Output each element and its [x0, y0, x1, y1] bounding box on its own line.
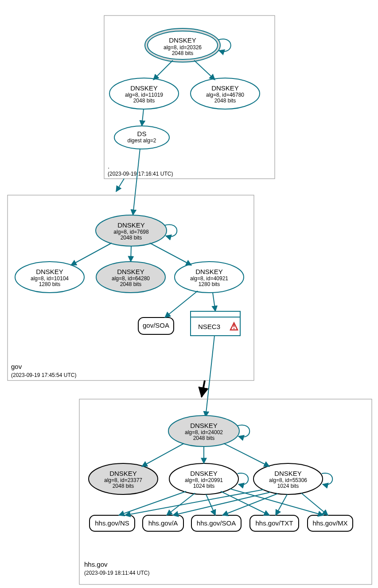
svg-text:DNSKEY: DNSKEY [195, 268, 223, 275]
svg-text:DNSKEY: DNSKEY [117, 268, 144, 275]
svg-text:hhs.gov/TXT: hhs.gov/TXT [255, 519, 293, 527]
svg-text:alg=8, id=46780: alg=8, id=46780 [206, 92, 244, 98]
svg-text:alg=8, id=20991: alg=8, id=20991 [185, 477, 223, 483]
node-hhs-ksk: DNSKEY alg=8, id=24002 2048 bits [168, 416, 239, 447]
node-hhs-ns: hhs.gov/NS [90, 515, 135, 531]
svg-text:NSEC3: NSEC3 [198, 323, 220, 330]
svg-text:alg=8, id=55306: alg=8, id=55306 [269, 477, 307, 483]
zone-hhs: hhs.gov (2023-09-19 18:11:44 UTC) DNSKEY… [79, 399, 372, 584]
node-root-ds: DS digest alg=2 [114, 126, 169, 149]
svg-text:DNSKEY: DNSKEY [117, 221, 145, 229]
svg-text:DNSKEY: DNSKEY [190, 422, 218, 429]
svg-text:DNSKEY: DNSKEY [109, 470, 137, 477]
svg-text:alg=8, id=20326: alg=8, id=20326 [164, 44, 202, 51]
svg-text:DS: DS [137, 130, 147, 137]
node-hhs-soa: hhs.gov/SOA [191, 515, 241, 531]
zone-gov-ts: (2023-09-19 17:45:54 UTC) [11, 372, 76, 378]
edge-ds-to-gov-ksk [133, 149, 140, 215]
svg-text:hhs.gov/A: hhs.gov/A [148, 519, 178, 527]
svg-text:2048 bits: 2048 bits [133, 98, 155, 104]
node-hhs-mx: hhs.gov/MX [308, 515, 353, 531]
svg-text:alg=8, id=11019: alg=8, id=11019 [125, 92, 163, 98]
edge-root-to-gov-zone [116, 179, 124, 192]
svg-text:1280 bits: 1280 bits [199, 281, 220, 287]
svg-point-40 [234, 328, 235, 329]
node-root-zsk2: DNSKEY alg=8, id=46780 2048 bits [191, 78, 260, 109]
svg-text:DNSKEY: DNSKEY [274, 470, 302, 477]
node-gov-soa: gov/SOA [138, 318, 174, 334]
node-hhs-zsk3: DNSKEY alg=8, id=55306 1024 bits [253, 463, 323, 494]
node-hhs-a: hhs.gov/A [143, 515, 183, 531]
node-hhs-txt: hhs.gov/TXT [250, 515, 299, 531]
svg-text:gov/SOA: gov/SOA [143, 321, 169, 329]
svg-text:DNSKEY: DNSKEY [190, 470, 218, 477]
zone-gov-name: gov [11, 363, 22, 370]
node-root-ksk: DNSKEY alg=8, id=20326 2048 bits [145, 28, 220, 62]
svg-text:digest alg=2: digest alg=2 [127, 137, 156, 144]
svg-text:2048 bits: 2048 bits [113, 483, 134, 489]
node-gov-zsk3: DNSKEY alg=8, id=40921 1280 bits [175, 262, 244, 293]
node-gov-ksk: DNSKEY alg=8, id=7698 2048 bits [96, 215, 167, 246]
svg-text:alg=8, id=40921: alg=8, id=40921 [190, 275, 228, 282]
node-hhs-zsk2: DNSKEY alg=8, id=20991 1024 bits [169, 463, 238, 494]
svg-text:1024 bits: 1024 bits [277, 483, 299, 489]
node-gov-zsk2: DNSKEY alg=8, id=64280 2048 bits [96, 262, 165, 293]
svg-text:DNSKEY: DNSKEY [169, 36, 196, 44]
svg-text:DNSKEY: DNSKEY [130, 84, 158, 92]
svg-text:alg=8, id=10104: alg=8, id=10104 [31, 275, 69, 282]
edge-gov-to-hhs-zone [202, 380, 205, 397]
node-gov-zsk1: DNSKEY alg=8, id=10104 1280 bits [15, 262, 84, 293]
zone-root-ts: (2023-09-19 17:16:41 UTC) [108, 171, 173, 177]
zone-root-name: . [108, 162, 109, 170]
node-gov-nsec3: NSEC3 [191, 311, 240, 336]
svg-text:2048 bits: 2048 bits [214, 98, 236, 104]
node-hhs-zsk1: DNSKEY alg=8, id=23377 2048 bits [89, 463, 158, 494]
svg-text:hhs.gov/SOA: hhs.gov/SOA [197, 519, 236, 527]
svg-text:1024 bits: 1024 bits [193, 483, 215, 489]
svg-text:hhs.gov/NS: hhs.gov/NS [95, 519, 129, 527]
svg-text:hhs.gov/MX: hhs.gov/MX [312, 519, 347, 527]
zone-hhs-ts: (2023-09-19 18:11:44 UTC) [84, 570, 149, 576]
zone-root: . (2023-09-19 17:16:41 UTC) DNSKEY alg=8… [104, 16, 275, 179]
svg-text:alg=8, id=64280: alg=8, id=64280 [112, 275, 150, 282]
node-root-zsk1: DNSKEY alg=8, id=11019 2048 bits [109, 78, 179, 109]
svg-text:DNSKEY: DNSKEY [211, 84, 239, 92]
svg-text:2048 bits: 2048 bits [120, 281, 142, 287]
svg-text:alg=8, id=23377: alg=8, id=23377 [104, 477, 142, 483]
svg-text:2048 bits: 2048 bits [121, 235, 142, 241]
edge-nsec-to-hhs-ksk [206, 336, 214, 417]
svg-text:DNSKEY: DNSKEY [36, 268, 63, 275]
svg-text:alg=8, id=24002: alg=8, id=24002 [185, 429, 223, 435]
zone-hhs-name: hhs.gov [84, 561, 108, 568]
svg-text:2048 bits: 2048 bits [172, 50, 194, 56]
zone-gov: gov (2023-09-19 17:45:54 UTC) DNSKEY alg… [8, 195, 254, 380]
svg-text:2048 bits: 2048 bits [193, 435, 215, 441]
svg-text:1280 bits: 1280 bits [39, 281, 61, 287]
svg-text:alg=8, id=7698: alg=8, id=7698 [113, 229, 149, 235]
